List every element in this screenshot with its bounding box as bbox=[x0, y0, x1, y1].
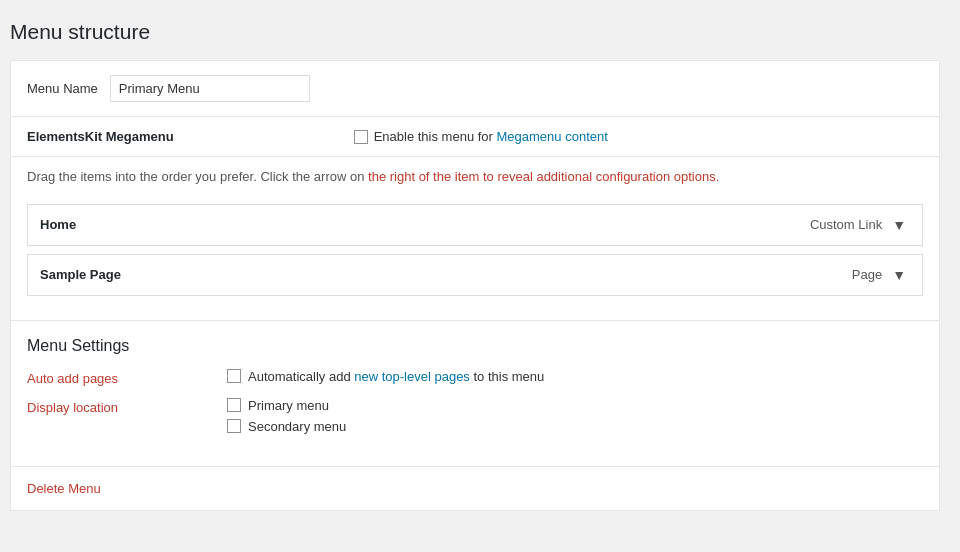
megamenu-row: ElementsKit Megamenu Enable this menu fo… bbox=[11, 117, 939, 157]
menu-settings-section: Menu Settings Auto add pages Automatical… bbox=[11, 320, 939, 456]
menu-item-name-home: Home bbox=[40, 217, 76, 232]
secondary-menu-checkbox[interactable] bbox=[227, 419, 241, 433]
auto-add-pages-checkbox-row: Automatically add new top-level pages to… bbox=[227, 369, 544, 384]
auto-add-pages-content: Automatically add new top-level pages to… bbox=[227, 369, 544, 384]
page-container: Menu structure Menu Name ElementsKit Meg… bbox=[0, 0, 960, 531]
menu-item-right-sample: Page ▼ bbox=[852, 265, 910, 285]
menu-name-label: Menu Name bbox=[27, 81, 98, 96]
page-title: Menu structure bbox=[10, 20, 940, 44]
auto-add-pages-checkbox-label: Automatically add new top-level pages to… bbox=[248, 369, 544, 384]
auto-add-pages-row: Auto add pages Automatically add new top… bbox=[27, 369, 923, 386]
primary-menu-label: Primary menu bbox=[248, 398, 329, 413]
chevron-down-icon-sample[interactable]: ▼ bbox=[888, 265, 910, 285]
menu-name-row: Menu Name bbox=[11, 61, 939, 117]
menu-section-box: Menu Name ElementsKit Megamenu Enable th… bbox=[10, 60, 940, 511]
delete-menu-link[interactable]: Delete Menu bbox=[11, 467, 117, 510]
secondary-menu-label: Secondary menu bbox=[248, 419, 346, 434]
menu-item-type-home: Custom Link bbox=[810, 217, 882, 232]
display-location-content: Primary menu Secondary menu bbox=[227, 398, 346, 434]
chevron-down-icon-home[interactable]: ▼ bbox=[888, 215, 910, 235]
table-row: Sample Page Page ▼ bbox=[27, 254, 923, 296]
display-location-row: Display location Primary menu Secondary … bbox=[27, 398, 923, 434]
primary-menu-checkbox-row: Primary menu bbox=[227, 398, 346, 413]
menu-item-type-sample: Page bbox=[852, 267, 882, 282]
secondary-menu-checkbox-row: Secondary menu bbox=[227, 419, 346, 434]
menu-item-name-sample: Sample Page bbox=[40, 267, 121, 282]
drag-instruction: Drag the items into the order you prefer… bbox=[11, 157, 939, 204]
display-location-label: Display location bbox=[27, 398, 227, 415]
menu-item-right-home: Custom Link ▼ bbox=[810, 215, 910, 235]
menu-name-input[interactable] bbox=[110, 75, 310, 102]
menu-settings-title: Menu Settings bbox=[27, 337, 923, 355]
section-divider bbox=[11, 466, 939, 467]
table-row: Home Custom Link ▼ bbox=[27, 204, 923, 246]
megamenu-enable: Enable this menu for Megamenu content bbox=[354, 129, 608, 144]
megamenu-title: ElementsKit Megamenu bbox=[27, 129, 174, 144]
megamenu-enable-label: Enable this menu for Megamenu content bbox=[374, 129, 608, 144]
megamenu-checkbox[interactable] bbox=[354, 130, 368, 144]
auto-add-pages-checkbox[interactable] bbox=[227, 369, 241, 383]
menu-items-list: Home Custom Link ▼ Sample Page Page ▼ bbox=[11, 204, 939, 320]
primary-menu-checkbox[interactable] bbox=[227, 398, 241, 412]
auto-add-pages-label: Auto add pages bbox=[27, 369, 227, 386]
